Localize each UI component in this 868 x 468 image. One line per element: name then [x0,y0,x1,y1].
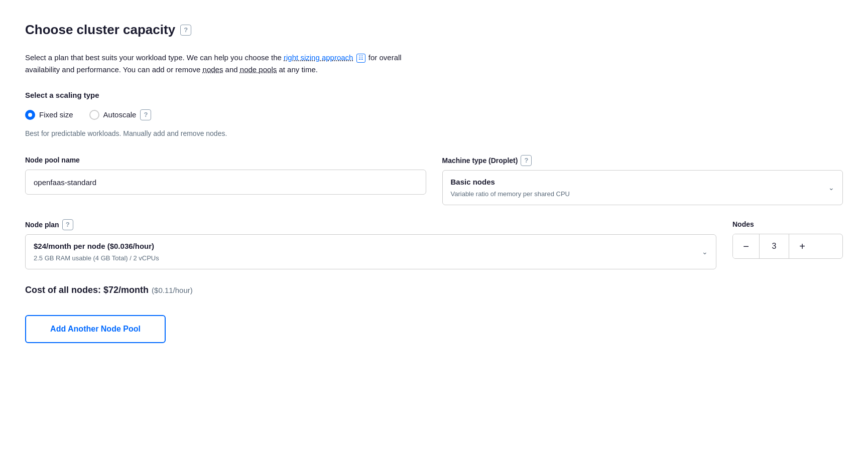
form-row-1: Node pool name Machine type (Droplet) ? … [25,155,843,205]
machine-type-select[interactable]: Basic nodes Variable ratio of memory per… [442,170,843,205]
machine-type-chevron-icon: ⌄ [828,183,834,193]
node-plan-help-icon[interactable]: ? [62,219,73,230]
nodes-increment-button[interactable]: + [789,234,815,258]
right-sizing-link[interactable]: right sizing approach [284,53,353,62]
node-pool-name-input[interactable] [25,170,426,195]
scaling-section-label: Select a scaling type [25,90,843,101]
scaling-options: Fixed size Autoscale ? [25,109,843,121]
machine-type-group: Machine type (Droplet) ? Basic nodes Var… [442,155,843,205]
nodes-label: Nodes [732,219,843,230]
node-plan-select-wrapper: $24/month per node ($0.036/hour) 2.5 GB … [25,234,716,269]
autoscale-radio[interactable] [89,110,99,120]
nodes-stepper: − 3 + [732,234,843,259]
machine-type-title: Basic nodes [451,177,819,188]
fixed-size-option[interactable]: Fixed size [25,109,73,121]
fixed-size-radio[interactable] [25,110,35,120]
page-title-help-icon[interactable]: ? [180,25,191,36]
machine-type-label: Machine type (Droplet) ? [442,155,843,166]
nodes-group: Nodes − 3 + [732,219,843,259]
fixed-size-label: Fixed size [39,109,73,121]
autoscale-help-icon[interactable]: ? [140,109,151,120]
node-pool-name-label: Node pool name [25,155,426,166]
node-plan-group: Node plan ? $24/month per node ($0.036/h… [25,219,716,269]
external-link-icon: ☷ [356,54,365,63]
node-plan-label: Node plan ? [25,219,716,230]
page-description: Select a plan that best suits your workl… [25,52,427,76]
cost-section: Cost of all nodes: $72/month($0.11/hour) [25,283,843,297]
machine-type-select-wrapper: Basic nodes Variable ratio of memory per… [442,170,843,205]
page-title: Choose cluster capacity [25,20,175,40]
add-node-pool-button[interactable]: Add Another Node Pool [25,315,166,343]
form-row-2: Node plan ? $24/month per node ($0.036/h… [25,219,843,269]
node-plan-title: $24/month per node ($0.036/hour) [34,241,692,252]
machine-type-subtitle: Variable ratio of memory per shared CPU [451,189,819,199]
autoscale-label: Autoscale [103,109,137,121]
cost-monthly: $72/month [103,285,149,295]
node-plan-chevron-icon: ⌄ [702,247,708,257]
autoscale-option: Autoscale ? [89,109,152,121]
nodes-value: 3 [759,234,789,258]
page-title-section: Choose cluster capacity ? [25,20,843,40]
cost-label: Cost of all nodes: $72/month($0.11/hour) [25,285,193,295]
node-plan-select[interactable]: $24/month per node ($0.036/hour) 2.5 GB … [25,234,716,269]
node-plan-subtitle: 2.5 GB RAM usable (4 GB Total) / 2 vCPUs [34,253,692,263]
cost-hourly: ($0.11/hour) [152,286,193,294]
node-pool-name-group: Node pool name [25,155,426,195]
autoscale-radio-label[interactable]: Autoscale [89,109,137,121]
nodes-decrement-button[interactable]: − [733,234,759,258]
scaling-description: Best for predictable workloads. Manually… [25,128,843,139]
machine-type-help-icon[interactable]: ? [521,155,532,166]
